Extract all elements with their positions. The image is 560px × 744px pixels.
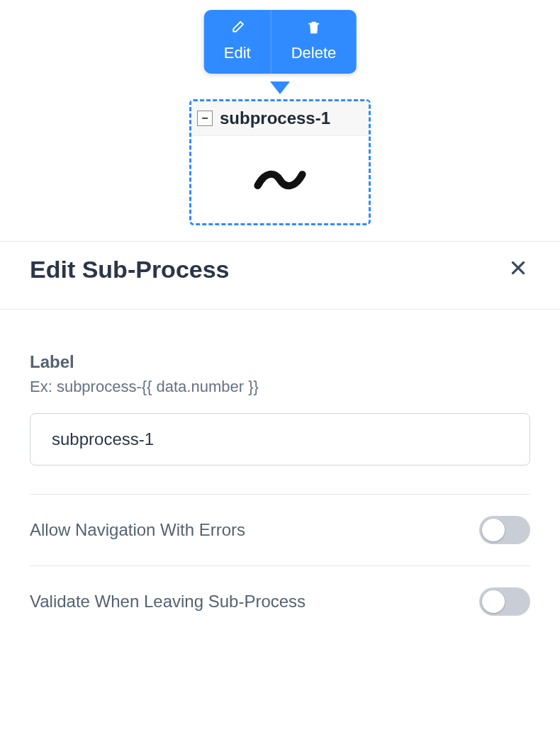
node-title: subprocess-1 <box>220 108 330 128</box>
panel-title: Edit Sub-Process <box>30 256 230 283</box>
subprocess-node[interactable]: − subprocess-1 <box>189 99 371 225</box>
label-field-hint: Ex: subprocess-{{ data.number }} <box>30 378 530 396</box>
close-icon <box>509 258 527 281</box>
close-button[interactable] <box>506 256 530 283</box>
delete-button[interactable]: Delete <box>271 10 357 74</box>
trash-icon <box>306 20 321 40</box>
toggle-knob-icon <box>482 590 505 613</box>
validate-label: Validate When Leaving Sub-Process <box>30 592 306 611</box>
subprocess-glyph-icon <box>254 152 306 205</box>
allow-navigation-toggle[interactable] <box>479 516 530 544</box>
allow-navigation-row: Allow Navigation With Errors <box>0 495 560 565</box>
edit-button-label: Edit <box>224 44 251 62</box>
panel-header: Edit Sub-Process <box>0 242 560 310</box>
validate-row: Validate When Leaving Sub-Process <box>0 566 560 637</box>
label-input[interactable] <box>30 413 530 466</box>
collapse-toggle[interactable]: − <box>197 111 213 126</box>
pencil-icon <box>230 20 245 40</box>
canvas-area: Edit Delete − subprocess-1 <box>0 0 560 241</box>
toggle-knob-icon <box>482 519 505 541</box>
tooltip-arrow-icon <box>270 81 290 94</box>
edit-button[interactable]: Edit <box>204 10 271 74</box>
node-header: − subprocess-1 <box>191 101 369 136</box>
allow-navigation-label: Allow Navigation With Errors <box>30 520 245 540</box>
validate-toggle[interactable] <box>479 587 530 616</box>
node-body <box>191 136 369 221</box>
edit-panel: Edit Sub-Process Label Ex: subprocess-{{… <box>0 241 560 637</box>
panel-body: Label Ex: subprocess-{{ data.number }} <box>0 310 560 480</box>
node-action-tooltip: Edit Delete <box>204 10 357 74</box>
delete-button-label: Delete <box>291 44 337 62</box>
label-field-heading: Label <box>30 352 530 372</box>
